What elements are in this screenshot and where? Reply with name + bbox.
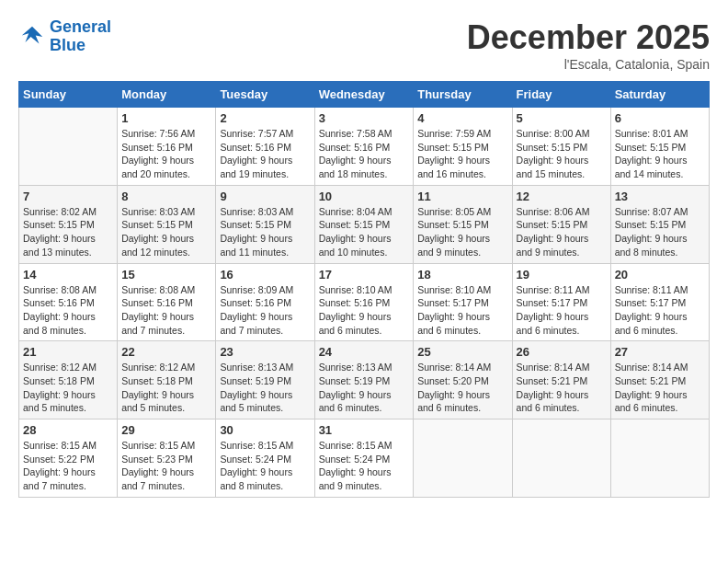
day-cell: 12Sunrise: 8:06 AM Sunset: 5:15 PM Dayli… bbox=[512, 185, 610, 263]
day-number: 3 bbox=[319, 111, 410, 125]
week-row-5: 28Sunrise: 8:15 AM Sunset: 5:22 PM Dayli… bbox=[19, 419, 710, 498]
day-cell bbox=[414, 419, 512, 498]
location: l'Escala, Catalonia, Spain bbox=[467, 57, 710, 72]
day-number: 26 bbox=[517, 345, 607, 359]
day-number: 31 bbox=[319, 423, 410, 437]
day-number: 16 bbox=[220, 268, 310, 282]
day-info: Sunrise: 8:11 AM Sunset: 5:17 PM Dayligh… bbox=[517, 283, 607, 338]
day-number: 27 bbox=[615, 345, 705, 359]
day-info: Sunrise: 8:11 AM Sunset: 5:17 PM Dayligh… bbox=[615, 283, 705, 338]
day-info: Sunrise: 8:00 AM Sunset: 5:15 PM Dayligh… bbox=[517, 127, 607, 181]
day-cell: 25Sunrise: 8:14 AM Sunset: 5:20 PM Dayli… bbox=[414, 341, 512, 419]
day-number: 14 bbox=[23, 268, 113, 282]
week-row-1: 1Sunrise: 7:56 AM Sunset: 5:16 PM Daylig… bbox=[19, 108, 710, 186]
day-cell bbox=[610, 419, 709, 498]
day-number: 28 bbox=[23, 423, 113, 437]
day-cell: 1Sunrise: 7:56 AM Sunset: 5:16 PM Daylig… bbox=[118, 108, 216, 186]
day-number: 22 bbox=[121, 345, 211, 359]
weekday-header-friday: Friday bbox=[512, 82, 610, 108]
day-cell: 26Sunrise: 8:14 AM Sunset: 5:21 PM Dayli… bbox=[512, 341, 610, 419]
logo-line2: Blue bbox=[50, 36, 85, 54]
week-row-3: 14Sunrise: 8:08 AM Sunset: 5:16 PM Dayli… bbox=[19, 263, 710, 341]
day-cell: 3Sunrise: 7:58 AM Sunset: 5:16 PM Daylig… bbox=[314, 108, 414, 186]
weekday-header-monday: Monday bbox=[118, 82, 216, 108]
day-info: Sunrise: 8:15 AM Sunset: 5:24 PM Dayligh… bbox=[220, 439, 310, 493]
day-cell: 30Sunrise: 8:15 AM Sunset: 5:24 PM Dayli… bbox=[216, 419, 314, 498]
day-number: 29 bbox=[121, 423, 211, 437]
day-cell bbox=[512, 419, 610, 498]
weekday-header-tuesday: Tuesday bbox=[216, 82, 314, 108]
weekday-header-wednesday: Wednesday bbox=[314, 82, 414, 108]
day-info: Sunrise: 8:14 AM Sunset: 5:21 PM Dayligh… bbox=[517, 361, 607, 415]
day-cell: 20Sunrise: 8:11 AM Sunset: 5:17 PM Dayli… bbox=[610, 263, 709, 341]
day-info: Sunrise: 8:12 AM Sunset: 5:18 PM Dayligh… bbox=[121, 361, 211, 415]
day-number: 11 bbox=[417, 190, 507, 203]
month-title: December 2025 bbox=[467, 18, 710, 57]
day-info: Sunrise: 8:13 AM Sunset: 5:19 PM Dayligh… bbox=[319, 361, 410, 415]
logo-icon bbox=[18, 23, 46, 51]
day-cell: 10Sunrise: 8:04 AM Sunset: 5:15 PM Dayli… bbox=[314, 185, 414, 263]
day-number: 9 bbox=[220, 190, 310, 203]
day-number: 1 bbox=[121, 111, 211, 125]
logo-text: General Blue bbox=[50, 18, 111, 55]
svg-marker-0 bbox=[22, 27, 43, 44]
day-info: Sunrise: 8:08 AM Sunset: 5:16 PM Dayligh… bbox=[121, 283, 211, 338]
day-info: Sunrise: 8:03 AM Sunset: 5:15 PM Dayligh… bbox=[220, 205, 310, 259]
day-number: 13 bbox=[615, 190, 705, 203]
day-info: Sunrise: 8:06 AM Sunset: 5:15 PM Dayligh… bbox=[517, 205, 607, 259]
day-info: Sunrise: 8:12 AM Sunset: 5:18 PM Dayligh… bbox=[23, 361, 113, 415]
title-block: December 2025 l'Escala, Catalonia, Spain bbox=[467, 18, 710, 72]
day-number: 23 bbox=[220, 345, 310, 359]
day-number: 21 bbox=[23, 345, 113, 359]
day-number: 19 bbox=[517, 268, 607, 282]
logo-line1: General bbox=[50, 17, 111, 36]
weekday-header-saturday: Saturday bbox=[610, 82, 709, 108]
logo: General Blue bbox=[18, 18, 111, 55]
day-number: 7 bbox=[23, 190, 113, 203]
day-cell: 4Sunrise: 7:59 AM Sunset: 5:15 PM Daylig… bbox=[414, 108, 512, 186]
day-cell: 28Sunrise: 8:15 AM Sunset: 5:22 PM Dayli… bbox=[19, 419, 118, 498]
day-info: Sunrise: 8:07 AM Sunset: 5:15 PM Dayligh… bbox=[615, 205, 705, 259]
day-info: Sunrise: 8:10 AM Sunset: 5:17 PM Dayligh… bbox=[417, 283, 507, 338]
day-info: Sunrise: 8:03 AM Sunset: 5:15 PM Dayligh… bbox=[121, 205, 211, 259]
day-number: 10 bbox=[319, 190, 410, 203]
day-number: 30 bbox=[220, 423, 310, 437]
day-cell: 7Sunrise: 8:02 AM Sunset: 5:15 PM Daylig… bbox=[19, 185, 118, 263]
day-cell: 21Sunrise: 8:12 AM Sunset: 5:18 PM Dayli… bbox=[19, 341, 118, 419]
day-cell bbox=[19, 108, 118, 186]
day-info: Sunrise: 8:13 AM Sunset: 5:19 PM Dayligh… bbox=[220, 361, 310, 415]
day-cell: 11Sunrise: 8:05 AM Sunset: 5:15 PM Dayli… bbox=[414, 185, 512, 263]
day-cell: 2Sunrise: 7:57 AM Sunset: 5:16 PM Daylig… bbox=[216, 108, 314, 186]
day-info: Sunrise: 8:14 AM Sunset: 5:21 PM Dayligh… bbox=[615, 361, 705, 415]
day-info: Sunrise: 8:02 AM Sunset: 5:15 PM Dayligh… bbox=[23, 205, 113, 259]
weekday-header-sunday: Sunday bbox=[19, 82, 118, 108]
day-number: 2 bbox=[220, 111, 310, 125]
day-number: 6 bbox=[615, 111, 705, 125]
day-cell: 15Sunrise: 8:08 AM Sunset: 5:16 PM Dayli… bbox=[118, 263, 216, 341]
day-info: Sunrise: 8:04 AM Sunset: 5:15 PM Dayligh… bbox=[319, 205, 410, 259]
day-info: Sunrise: 8:01 AM Sunset: 5:15 PM Dayligh… bbox=[615, 127, 705, 181]
day-cell: 24Sunrise: 8:13 AM Sunset: 5:19 PM Dayli… bbox=[314, 341, 414, 419]
day-number: 20 bbox=[615, 268, 705, 282]
day-cell: 13Sunrise: 8:07 AM Sunset: 5:15 PM Dayli… bbox=[610, 185, 709, 263]
day-info: Sunrise: 8:08 AM Sunset: 5:16 PM Dayligh… bbox=[23, 283, 113, 338]
day-number: 24 bbox=[319, 345, 410, 359]
day-info: Sunrise: 8:09 AM Sunset: 5:16 PM Dayligh… bbox=[220, 283, 310, 338]
day-cell: 17Sunrise: 8:10 AM Sunset: 5:16 PM Dayli… bbox=[314, 263, 414, 341]
weekday-header-thursday: Thursday bbox=[414, 82, 512, 108]
day-cell: 14Sunrise: 8:08 AM Sunset: 5:16 PM Dayli… bbox=[19, 263, 118, 341]
day-cell: 19Sunrise: 8:11 AM Sunset: 5:17 PM Dayli… bbox=[512, 263, 610, 341]
day-number: 15 bbox=[121, 268, 211, 282]
day-cell: 23Sunrise: 8:13 AM Sunset: 5:19 PM Dayli… bbox=[216, 341, 314, 419]
day-number: 5 bbox=[517, 111, 607, 125]
weekday-header-row: SundayMondayTuesdayWednesdayThursdayFrid… bbox=[19, 82, 710, 108]
day-cell: 22Sunrise: 8:12 AM Sunset: 5:18 PM Dayli… bbox=[118, 341, 216, 419]
day-cell: 18Sunrise: 8:10 AM Sunset: 5:17 PM Dayli… bbox=[414, 263, 512, 341]
day-number: 25 bbox=[417, 345, 507, 359]
day-cell: 6Sunrise: 8:01 AM Sunset: 5:15 PM Daylig… bbox=[610, 108, 709, 186]
day-cell: 27Sunrise: 8:14 AM Sunset: 5:21 PM Dayli… bbox=[610, 341, 709, 419]
week-row-2: 7Sunrise: 8:02 AM Sunset: 5:15 PM Daylig… bbox=[19, 185, 710, 263]
day-cell: 31Sunrise: 8:15 AM Sunset: 5:24 PM Dayli… bbox=[314, 419, 414, 498]
day-cell: 9Sunrise: 8:03 AM Sunset: 5:15 PM Daylig… bbox=[216, 185, 314, 263]
day-number: 8 bbox=[121, 190, 211, 203]
